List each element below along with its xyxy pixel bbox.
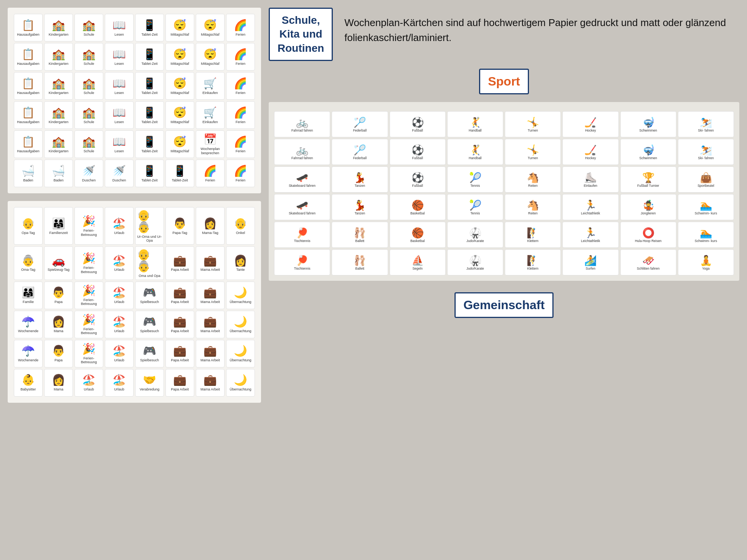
icon-cell: 📱Tablet-Zeit bbox=[135, 43, 164, 71]
description-text: Wochenplan-Kärtchen sind auf hochwertige… bbox=[344, 8, 739, 53]
icon-emoji: 🧗 bbox=[527, 227, 539, 239]
icon-label: Ferien-Betreuung bbox=[76, 229, 101, 237]
icon-cell: 🏆Fußball Turnier bbox=[620, 166, 676, 193]
icon-emoji: 🎉 bbox=[82, 253, 96, 265]
icon-label: Tablet-Zeit bbox=[172, 178, 188, 183]
icon-cell: 🌙Übernachtung bbox=[226, 282, 255, 309]
icon-cell: 🌈Ferien bbox=[226, 160, 255, 187]
icon-label: Tante bbox=[236, 268, 245, 272]
icon-label: Urlaub bbox=[84, 387, 94, 392]
icon-label: Mittagschlaf bbox=[170, 91, 189, 95]
icon-emoji: 🌈 bbox=[234, 20, 247, 31]
icon-emoji: 🥋 bbox=[469, 227, 481, 239]
icon-emoji: 📖 bbox=[112, 49, 126, 61]
icon-cell: 👴Opa-Tag bbox=[14, 207, 43, 245]
icon-emoji: 🚲 bbox=[296, 117, 308, 128]
icon-cell: 🎉Ferien-Betreuung bbox=[74, 246, 103, 280]
icon-cell: 🛁Baden bbox=[14, 160, 43, 187]
icon-emoji: 👴👵 bbox=[137, 249, 162, 273]
icon-emoji: 🎉 bbox=[82, 314, 96, 326]
sport-category-label: Sport bbox=[488, 74, 520, 88]
icon-emoji: 👜 bbox=[700, 172, 712, 183]
icon-cell: 🤸Turnen bbox=[505, 111, 561, 137]
icon-emoji: 👴👵 bbox=[137, 210, 162, 234]
icon-label: Papa-Tag bbox=[172, 231, 187, 235]
icon-label: Mama bbox=[54, 329, 63, 333]
icon-cell: 🩰Ballett bbox=[332, 249, 388, 275]
icon-emoji: 🌈 bbox=[203, 165, 217, 177]
icon-cell: 🏸Federball bbox=[332, 139, 388, 165]
icon-cell: 🏸Federball bbox=[332, 111, 388, 137]
icon-label: Papa Arbeit bbox=[171, 300, 189, 304]
icon-label: Einkaufen bbox=[202, 91, 218, 95]
icon-cell: 😴Mittagschlaf bbox=[165, 72, 194, 100]
icon-label: Wochenende bbox=[18, 358, 38, 362]
icon-emoji: 👨 bbox=[52, 345, 65, 357]
icon-emoji: 🏆 bbox=[642, 172, 654, 183]
icon-emoji: 😴 bbox=[173, 136, 187, 148]
icon-emoji: 💼 bbox=[203, 255, 217, 267]
icon-emoji: 💃 bbox=[354, 200, 366, 211]
icon-emoji: 🤾 bbox=[469, 145, 481, 156]
icon-cell: 👶Babysitter bbox=[14, 369, 43, 397]
icon-label: Schule bbox=[84, 91, 94, 95]
icon-emoji: ⚽ bbox=[412, 117, 424, 128]
icon-emoji: 📱 bbox=[143, 20, 156, 31]
icon-label: Wochenplan besprechen bbox=[198, 147, 223, 155]
icon-emoji: 👵 bbox=[21, 255, 35, 267]
icon-emoji: 💼 bbox=[173, 287, 187, 299]
icon-label: Familienzeit bbox=[49, 231, 68, 235]
icon-label: Judo/Karate bbox=[466, 239, 484, 243]
icon-emoji: 👩 bbox=[203, 218, 217, 230]
icon-label: Reiten bbox=[528, 211, 538, 215]
icon-label: Oma-Tag bbox=[21, 268, 35, 272]
icon-emoji: 🏫 bbox=[82, 107, 96, 119]
icon-cell: 📱Tablet-Zeit bbox=[165, 160, 194, 187]
icon-cell: 📖Lesen bbox=[105, 43, 134, 71]
icon-cell: 📱Tablet-Zeit bbox=[135, 14, 164, 41]
icon-emoji: 📱 bbox=[143, 78, 156, 90]
icon-emoji: 😴 bbox=[173, 78, 187, 90]
icon-label: Surfen bbox=[586, 267, 595, 270]
icon-cell: 🏄Surfen bbox=[562, 249, 618, 275]
icon-cell: 🥋Judo/Karate bbox=[447, 249, 503, 275]
icon-cell: 😴Mittagschlaf bbox=[165, 14, 194, 41]
icon-emoji: 🏫 bbox=[82, 78, 96, 90]
icon-cell: 🌈Ferien bbox=[196, 160, 225, 187]
icon-emoji: 💼 bbox=[173, 374, 187, 386]
icon-cell: 🏫Schule bbox=[74, 72, 103, 100]
icon-cell: ☂️Wochenende bbox=[14, 340, 43, 367]
icon-emoji: 🏫 bbox=[52, 78, 65, 90]
icon-cell: 📋Hausaufgaben bbox=[14, 72, 43, 100]
icon-cell: 👨‍👩‍👧Familienzeit bbox=[44, 207, 73, 245]
icon-label: Baden bbox=[53, 178, 63, 183]
icon-cell: ☂️Wochenende bbox=[14, 311, 43, 338]
icon-cell: 🤝Verabredung bbox=[135, 369, 164, 397]
icon-label: Ballett bbox=[355, 267, 365, 270]
icon-emoji: 🏖️ bbox=[112, 287, 126, 299]
icon-cell: 💼Papa Arbeit bbox=[165, 282, 194, 309]
icon-emoji: 🏀 bbox=[412, 200, 424, 211]
icon-cell: 💼Papa Arbeit bbox=[165, 369, 194, 397]
icon-label: Fahrrad fahren bbox=[291, 128, 313, 132]
icon-emoji: ☂️ bbox=[21, 316, 35, 328]
icon-cell: 💼Papa Arbeit bbox=[165, 340, 194, 367]
icon-emoji: 📋 bbox=[21, 49, 35, 61]
icon-emoji: 🏸 bbox=[354, 145, 366, 156]
icon-cell: 🏓Tischtennis bbox=[274, 222, 330, 248]
icon-label: Urlaub bbox=[114, 268, 124, 272]
icon-cell: 💃Tanzen bbox=[332, 194, 388, 220]
icon-label: Ur-Oma und Ur-Opa bbox=[137, 235, 162, 243]
icon-label: Fußball bbox=[412, 128, 423, 132]
icon-cell: 💼Papa Arbeit bbox=[165, 311, 194, 338]
icon-emoji: 🏖️ bbox=[112, 255, 126, 267]
icon-cell: 🚗Spielzeug-Tag bbox=[44, 246, 73, 280]
icon-emoji: 🛁 bbox=[21, 165, 35, 177]
icon-emoji: 👩 bbox=[234, 255, 247, 267]
icon-label: Skateboard fahren bbox=[289, 184, 316, 188]
icon-cell: 🌈Ferien bbox=[226, 14, 255, 41]
icon-cell: ⚽Fußball bbox=[390, 166, 446, 193]
icon-label: Ferien-Betreuung bbox=[76, 356, 101, 365]
icon-emoji: 📋 bbox=[21, 78, 35, 90]
icon-emoji: 🌈 bbox=[234, 136, 247, 148]
